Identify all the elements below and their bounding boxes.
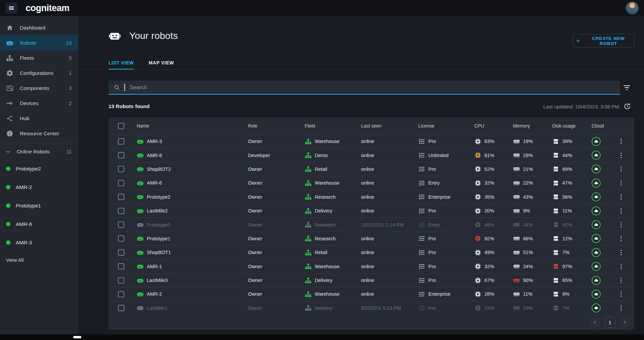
row-checkbox[interactable] <box>118 235 124 242</box>
fleet-icon <box>305 304 312 311</box>
license-text: Pro <box>428 278 436 283</box>
table-row[interactable]: AMR-1OwnerWarehouseonlinePro32%24%97% <box>109 259 634 273</box>
table-row[interactable]: Prototype3OwnerResearch10/2/2023, 2:14 P… <box>109 217 634 231</box>
row-checkbox[interactable] <box>118 208 124 214</box>
sidebar-item-components[interactable]: Components3 <box>0 81 78 96</box>
cpu-value: 32% <box>484 180 494 186</box>
table-row[interactable]: LastMile1OwnerDelivery9/2/2023, 5:23 PMP… <box>109 301 634 315</box>
disk-value: 62% <box>562 222 572 228</box>
tab-map-view[interactable]: MAP VIEW <box>148 57 174 70</box>
scrollbar-thumb[interactable] <box>73 336 81 338</box>
current-page-button[interactable]: 1 <box>604 317 615 328</box>
role-text: Owner <box>248 180 262 186</box>
row-menu-icon[interactable] <box>617 221 625 229</box>
online-robot-prototype1[interactable]: Prototype1 <box>0 196 78 215</box>
hamburger-menu-button[interactable] <box>5 3 17 13</box>
row-checkbox[interactable] <box>118 291 124 297</box>
row-menu-icon[interactable] <box>617 277 625 284</box>
cell-cpu: 32% <box>467 263 506 270</box>
online-robot-amr-3[interactable]: AMR-3 <box>0 233 78 252</box>
cell-disk: 97% <box>545 263 584 270</box>
row-menu-icon[interactable] <box>617 179 625 187</box>
sidebar-item-configurations[interactable]: Configurations1 <box>0 65 78 81</box>
memory-icon <box>513 235 520 242</box>
sidebar-item-count: 2 <box>69 101 72 106</box>
online-robot-amr-2[interactable]: AMR-2 <box>0 178 78 196</box>
table-row[interactable]: AMR-6OwnerWarehouseonlineEntry32%22%47% <box>109 176 634 190</box>
memory-icon <box>513 193 520 200</box>
row-menu-icon[interactable] <box>617 235 625 242</box>
robot-icon <box>137 165 144 173</box>
row-checkbox[interactable] <box>118 180 124 186</box>
select-all-checkbox[interactable] <box>118 123 124 129</box>
sidebar-item-devices[interactable]: Devices2 <box>0 96 78 111</box>
refresh-icon[interactable] <box>623 102 631 110</box>
robot-icon <box>137 138 144 145</box>
cloud-status-icon <box>592 220 601 229</box>
robot-name: AMR-2 <box>147 291 162 297</box>
sidebar-item-robots[interactable]: Robots13 <box>0 35 78 50</box>
prev-page-button[interactable] <box>590 317 600 327</box>
row-checkbox[interactable] <box>118 152 124 158</box>
disk-icon <box>552 152 559 159</box>
table-row[interactable]: LastMile3OwnerDeliveryonlinePro67%90%65% <box>109 273 634 287</box>
row-checkbox[interactable] <box>118 222 124 228</box>
view-all-link[interactable]: View All <box>0 254 78 266</box>
row-checkbox[interactable] <box>118 138 124 145</box>
role-text: Developer <box>248 153 270 158</box>
online-robot-prototype2[interactable]: Prototype2 <box>0 159 78 178</box>
tab-list-view[interactable]: LIST VIEW <box>109 57 134 70</box>
cell-cloud <box>584 262 608 271</box>
cell-license: Pro <box>411 235 467 242</box>
row-checkbox[interactable] <box>118 194 124 200</box>
row-menu-icon[interactable] <box>617 304 625 312</box>
row-menu-icon[interactable] <box>617 207 625 214</box>
create-new-robot-button[interactable]: CREATE NEW ROBOT <box>573 34 635 48</box>
cell-cloud <box>584 206 608 215</box>
info-icon <box>6 130 13 137</box>
search-input[interactable] <box>129 84 616 91</box>
memory-value: 21% <box>523 166 533 172</box>
memory-value: 11% <box>523 291 532 297</box>
table-row[interactable]: AMR-3OwnerWarehouseonlinePro63%19%39% <box>109 134 634 148</box>
row-menu-icon[interactable] <box>617 249 625 256</box>
license-text: Entry <box>428 180 440 186</box>
row-menu-icon[interactable] <box>617 138 625 145</box>
table-row[interactable]: Prototype1OwnerResearchonlinePro92%66%12… <box>109 232 634 245</box>
cell-cloud <box>584 220 608 229</box>
fleet-name: Warehouse <box>315 291 340 297</box>
row-menu-icon[interactable] <box>617 263 625 270</box>
online-robot-amr-6[interactable]: AMR-6 <box>0 215 78 233</box>
sidebar-item-resource-center[interactable]: Resource Center <box>0 126 78 141</box>
user-avatar[interactable] <box>626 2 639 14</box>
row-checkbox[interactable] <box>118 277 124 284</box>
online-robots-header[interactable]: Online Robots 11 <box>0 144 78 159</box>
robot-icon <box>137 235 144 242</box>
sidebar-item-hub[interactable]: Hub <box>0 111 78 126</box>
row-checkbox[interactable] <box>118 249 124 256</box>
robot-name: Prototype3 <box>147 222 170 228</box>
table-row[interactable]: LastMile2OwnerDeliveryonlinePro20%9%11% <box>109 204 634 217</box>
row-menu-icon[interactable] <box>617 165 625 173</box>
cell-name: LastMile3 <box>129 277 241 284</box>
table-row[interactable]: AMR-2OwnerWarehouseonlineEnterprise28%11… <box>109 287 634 301</box>
table-row[interactable]: AMR-8DeveloperDemoonlineUnlimited81%28%4… <box>109 148 634 162</box>
filter-icon[interactable] <box>622 83 632 92</box>
cell-disk: 8% <box>545 291 584 298</box>
table-row[interactable]: Prototype2OwnerResearchonlineEnterprise3… <box>109 190 634 204</box>
row-checkbox[interactable] <box>118 305 124 311</box>
cell-disk: 65% <box>545 277 584 284</box>
next-page-button[interactable] <box>620 317 630 327</box>
row-checkbox[interactable] <box>118 263 124 270</box>
fleet-icon <box>305 165 312 173</box>
row-menu-icon[interactable] <box>617 152 625 159</box>
sidebar-item-dashboard[interactable]: Dashboard <box>0 20 78 35</box>
table-row[interactable]: ShopBOT1OwnerRetailonlinePro49%51%7% <box>109 245 634 259</box>
row-menu-icon[interactable] <box>617 193 625 201</box>
row-menu-icon[interactable] <box>617 290 625 298</box>
table-row[interactable]: ShopBOT2OwnerRetailonlinePro52%21%69% <box>109 162 634 176</box>
disk-value: 47% <box>562 180 572 186</box>
sidebar-item-fleets[interactable]: Fleets5 <box>0 50 78 65</box>
brand-logo[interactable]: cogniteam <box>26 3 70 13</box>
row-checkbox[interactable] <box>118 166 124 172</box>
